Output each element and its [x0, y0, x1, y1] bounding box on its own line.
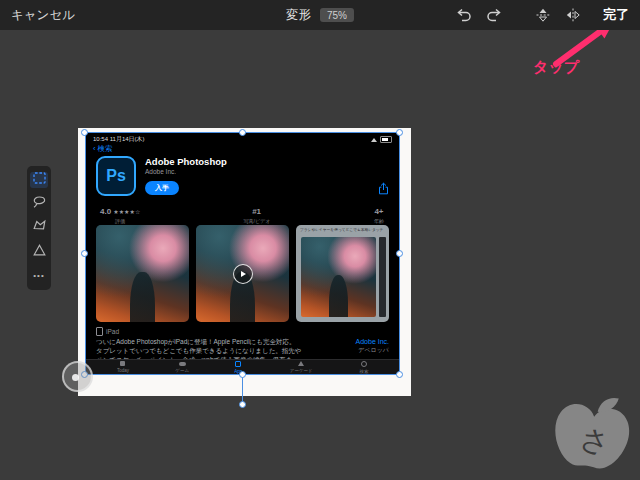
marquee-select-icon — [32, 171, 47, 189]
undo-button[interactable] — [455, 8, 472, 22]
embedded-get-button: 入手 — [145, 181, 179, 195]
rating-stars: ★★★★☆ — [113, 209, 140, 215]
photoshop-app-icon: Ps — [96, 156, 136, 196]
embedded-status-icons — [371, 136, 392, 143]
embedded-appstore-screenshot-layer[interactable]: 10:54 11月14日(木) ‹ 検索 Ps Adobe Photoshop … — [85, 132, 400, 375]
transform-select-tool[interactable] — [30, 172, 48, 188]
share-icon — [378, 181, 389, 199]
ipad-icon — [96, 327, 103, 336]
mode-indicator: 変形 75% — [286, 0, 354, 30]
mode-label: 変形 — [286, 7, 311, 24]
polygon-lasso-icon — [32, 219, 47, 237]
transform-handle-top-left[interactable] — [81, 129, 88, 136]
embedded-tab-today: Today — [115, 361, 131, 373]
transform-handle-bottom-center[interactable] — [239, 371, 246, 378]
cancel-button[interactable]: キャンセル — [11, 7, 75, 24]
touch-indicator — [62, 361, 93, 392]
embedded-screenshot-2 — [196, 225, 289, 322]
embedded-app-developer: Adobe Inc. — [145, 168, 378, 175]
embedded-tab-games: ゲーム — [173, 362, 191, 373]
rotate-handle[interactable] — [239, 401, 246, 408]
flip-horizontal-icon — [565, 7, 581, 23]
left-tool-rail: ••• — [27, 166, 51, 290]
tab-label: 検索 — [359, 368, 368, 373]
lasso-tool[interactable] — [30, 196, 48, 212]
undo-icon — [455, 8, 472, 22]
embedded-meta-row: 4.0 ★★★★☆ 評価 #1 写真/ビデオ 4+ 年齢 — [100, 207, 385, 226]
redo-icon — [486, 8, 503, 22]
tab-label: Today — [117, 368, 129, 373]
embedded-tab-search: 検索 — [358, 361, 370, 374]
embedded-age: 4+ 年齢 — [373, 207, 385, 226]
embedded-tab-arcade: アーケード — [286, 361, 316, 373]
transform-handle-top-right[interactable] — [396, 129, 403, 136]
flip-vertical-button[interactable] — [535, 7, 551, 23]
apple-watermark-icon: さ — [546, 392, 638, 472]
embedded-back-link: ‹ 検索 — [93, 144, 113, 154]
embedded-rating: 4.0 ★★★★☆ 評価 — [100, 207, 140, 226]
age-value: 4+ — [373, 207, 385, 216]
flip-vertical-icon — [535, 7, 551, 23]
arcade-icon — [298, 361, 304, 366]
done-button[interactable]: 完了 — [603, 6, 629, 24]
search-icon — [361, 361, 367, 367]
app-ui-panel — [379, 237, 386, 317]
tab-label: アーケード — [289, 368, 312, 373]
embedded-screenshot-3: ブラシやレイヤーを使ってどこでも本格レタッチ — [296, 225, 389, 322]
embedded-screenshots-row: ブラシやレイヤーを使ってどこでも本格レタッチ — [96, 225, 389, 322]
toolbar-actions: 完了 — [455, 6, 629, 24]
rating-value: 4.0 — [100, 207, 111, 216]
photoshop-ipad-transform-screen: キャンセル 変形 75% — [0, 0, 640, 480]
embedded-status-bar: 10:54 11月14日(木) — [93, 135, 392, 144]
freeform-select-tool[interactable] — [30, 244, 48, 260]
embedded-app-header: Ps Adobe Photoshop Adobe Inc. 入手 — [96, 156, 389, 202]
embedded-screenshot-1 — [96, 225, 189, 322]
triangle-select-icon — [32, 243, 47, 261]
play-overlay — [196, 225, 289, 322]
games-icon — [179, 362, 186, 366]
flip-horizontal-button[interactable] — [565, 7, 581, 23]
redo-button[interactable] — [486, 8, 503, 22]
embedded-developer-column: Adobe Inc. デベロッパ — [356, 338, 389, 355]
ellipsis-icon: ••• — [33, 272, 44, 280]
embedded-app-title: Adobe Photoshop — [145, 156, 378, 167]
artwork-image — [96, 225, 189, 322]
developer-link: Adobe Inc. — [356, 338, 389, 345]
transform-handle-bottom-right[interactable] — [396, 371, 403, 378]
embedded-app-info: Adobe Photoshop Adobe Inc. 入手 — [145, 156, 378, 202]
wifi-icon — [371, 138, 377, 142]
play-triangle — [241, 271, 246, 277]
polygon-lasso-tool[interactable] — [30, 220, 48, 236]
transform-handle-mid-right[interactable] — [396, 250, 403, 257]
embedded-status-time: 10:54 11月14日(木) — [93, 135, 145, 144]
screenshot-caption: ブラシやレイヤーを使ってどこでも本格レタッチ — [300, 227, 389, 233]
rank-value: #1 — [241, 207, 273, 216]
apps-icon — [235, 361, 241, 367]
battery-icon — [380, 136, 392, 143]
zoom-badge[interactable]: 75% — [320, 8, 354, 22]
transform-handle-mid-left[interactable] — [81, 250, 88, 257]
play-button-icon — [233, 264, 253, 284]
watermark-glyph: さ — [578, 422, 612, 460]
artwork-image — [301, 237, 376, 317]
transform-handle-top-center[interactable] — [239, 129, 246, 136]
lasso-icon — [32, 195, 47, 213]
device-label-text: iPad — [106, 328, 119, 335]
more-tools-button[interactable]: ••• — [30, 268, 48, 284]
top-toolbar: キャンセル 変形 75% — [0, 0, 640, 30]
embedded-rank: #1 写真/ビデオ — [241, 207, 273, 226]
developer-caption: デベロッパ — [356, 346, 389, 355]
tab-label: ゲーム — [175, 367, 189, 372]
today-icon — [120, 361, 125, 366]
embedded-device-label: iPad — [96, 327, 119, 336]
tap-annotation-label: タップ — [533, 58, 579, 77]
